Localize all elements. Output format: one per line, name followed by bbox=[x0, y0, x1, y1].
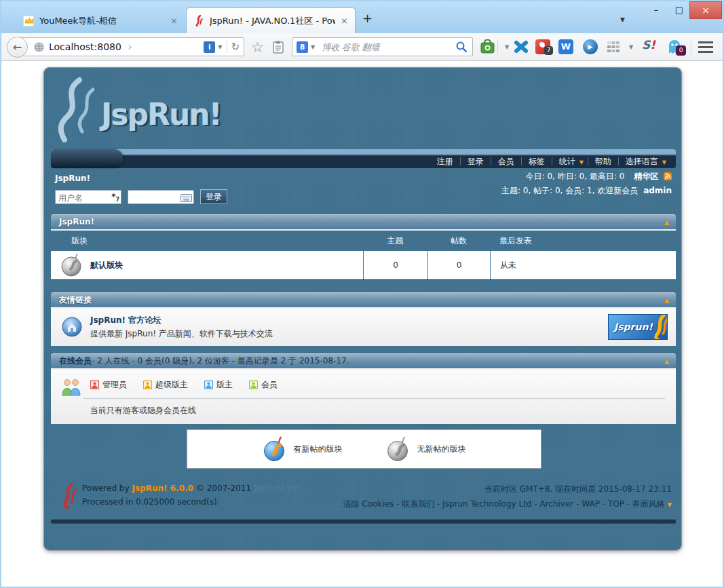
bookmarks-menu-icon[interactable] bbox=[273, 41, 284, 56]
category-title[interactable]: JspRun! bbox=[59, 217, 94, 227]
search-input[interactable] bbox=[322, 42, 456, 52]
breadcrumb[interactable]: JspRun! bbox=[55, 174, 90, 183]
browser-titlebar: YouMeek导航-相信 × JspRun! - JAVA.NO.1社区 - P… bbox=[1, 1, 723, 33]
search-magnifier-icon[interactable] bbox=[456, 41, 467, 52]
dropdown-arrow-icon[interactable]: ▼ bbox=[579, 159, 584, 165]
nav-tags[interactable]: 标签 bbox=[522, 156, 552, 168]
forum-name-link[interactable]: 默认版块 bbox=[90, 260, 123, 271]
forum-table-header: 版块 主题 帖数 最后发表 bbox=[51, 231, 676, 251]
link-globe-icon bbox=[62, 317, 82, 340]
identity-dropdown-icon[interactable]: ▼ bbox=[218, 44, 222, 50]
dropdown-arrow-icon[interactable]: ▼ bbox=[662, 159, 666, 165]
overflow-dropdown-icon[interactable]: ▼ bbox=[505, 44, 509, 50]
product-link[interactable]: JspRun! 6.0.0 bbox=[132, 484, 193, 493]
friendly-link-desc: 提供最新 JspRun! 产品新闻、软件下载与技术交流 bbox=[90, 328, 273, 340]
role-legend: 管理员 超级版主 版主 会员 bbox=[90, 379, 278, 391]
newest-member[interactable]: admin bbox=[643, 186, 672, 195]
page-viewport: JspRun! JspRun! 注册 登录 会员 标签 统计 ▼ bbox=[1, 61, 723, 588]
tab-close-icon[interactable]: × bbox=[341, 16, 348, 26]
search-engine-dropdown-icon[interactable]: ▼ bbox=[311, 44, 315, 50]
footer-credits: Powered byJspRun! 6.0.0© 2007-2011JspRun… bbox=[82, 482, 302, 509]
minimize-button[interactable]: – bbox=[646, 3, 666, 18]
nav-stats[interactable]: 统计 bbox=[552, 156, 582, 168]
jsprun-banner[interactable]: Jsprun! bbox=[608, 314, 668, 340]
addon-s-icon[interactable]: S! bbox=[642, 38, 655, 52]
company-link[interactable]: JspRun! Inc. bbox=[254, 484, 302, 493]
username-helper-icon[interactable]: *7 bbox=[111, 192, 119, 203]
person-icon bbox=[204, 380, 213, 389]
nav-help[interactable]: 帮助 bbox=[588, 156, 618, 168]
tab-list-dropdown-icon[interactable]: ▼ bbox=[620, 16, 625, 23]
new-tab-button[interactable]: + bbox=[362, 11, 373, 25]
nav-language[interactable]: 选择语言 bbox=[619, 156, 665, 168]
addon-grid-icon[interactable] bbox=[607, 41, 620, 55]
url-bar[interactable]: Localhost:8080 › i ▼ ↻ bbox=[20, 37, 244, 56]
links-title: 友情链接 bbox=[59, 294, 92, 306]
back-button[interactable]: ← bbox=[7, 37, 28, 58]
person-icon bbox=[90, 380, 99, 389]
reload-icon[interactable]: ↻ bbox=[231, 41, 240, 53]
online-members-section: 在线会员 - 2 人在线 - 0 会员(0 隐身), 2 位游客 - 最高记录是… bbox=[51, 353, 676, 424]
smoke-curve bbox=[61, 80, 79, 140]
digest-link[interactable]: 精华区 bbox=[634, 172, 658, 181]
friendly-link-title[interactable]: JspRun! 官方论坛 bbox=[90, 315, 161, 326]
online-note: 当前只有游客或隐身会员在线 bbox=[90, 405, 196, 416]
col-posts: 帖数 bbox=[427, 235, 490, 247]
menu-hamburger-icon[interactable] bbox=[698, 41, 713, 53]
addon-xmarks-icon[interactable] bbox=[514, 39, 529, 57]
active-forum-tab[interactable] bbox=[51, 149, 123, 168]
tab-title: YouMeek导航-相信 bbox=[39, 15, 165, 27]
forum-posts-count: 0 bbox=[427, 251, 490, 279]
role-admin: 管理员 bbox=[90, 379, 127, 391]
url-text: Localhost:8080 bbox=[49, 41, 121, 52]
online-title[interactable]: 在线会员 bbox=[59, 355, 92, 367]
footer-links[interactable]: 清除 Cookies - 联系我们 - Jsprun Technology Lt… bbox=[343, 499, 664, 509]
addon-writer-icon[interactable]: W bbox=[558, 39, 573, 54]
nav-register[interactable]: 注册 bbox=[430, 156, 460, 168]
tab-close-icon[interactable]: × bbox=[170, 16, 178, 26]
username-field-wrap: *7 bbox=[55, 190, 121, 204]
legend-no-new-posts: 无新帖的版块 bbox=[386, 436, 466, 462]
divider bbox=[227, 41, 227, 53]
collapse-icon[interactable]: ▲ bbox=[664, 358, 669, 365]
role-moderator: 版主 bbox=[204, 379, 233, 391]
nav-members[interactable]: 会员 bbox=[491, 156, 521, 168]
style-dropdown-icon[interactable]: ▼ bbox=[668, 502, 672, 508]
banner-flame-icon bbox=[651, 315, 668, 340]
collapse-icon[interactable]: ▲ bbox=[664, 219, 669, 226]
person-icon bbox=[143, 380, 152, 389]
close-window-button[interactable]: × bbox=[689, 1, 722, 19]
maximize-button[interactable]: □ bbox=[669, 3, 689, 18]
login-button[interactable]: 登录 bbox=[200, 189, 227, 204]
divider bbox=[497, 40, 498, 54]
forum-icon-nonew bbox=[60, 252, 83, 278]
soft-keyboard-icon[interactable] bbox=[180, 192, 192, 205]
identity-shield-icon[interactable]: i bbox=[204, 41, 215, 53]
browser-tab-youmeek[interactable]: YouMeek导航-相信 × bbox=[16, 9, 185, 32]
stats-totals: 主题: 0, 帖子: 0, 会员: 1, 欢迎新会员 bbox=[501, 186, 638, 195]
forum-topics-count: 0 bbox=[363, 251, 427, 279]
timezone-text: 当前时区 GMT+8, 现在时间是 2015-08-17 23:11 bbox=[343, 482, 672, 496]
person-icon bbox=[249, 380, 258, 389]
addons-dropdown-icon[interactable]: ▼ bbox=[629, 44, 633, 50]
browser-window: YouMeek导航-相信 × JspRun! - JAVA.NO.1社区 - P… bbox=[0, 0, 724, 588]
search-engine-icon[interactable]: 8 bbox=[297, 41, 308, 53]
bookmark-star-icon[interactable]: ☆ bbox=[251, 39, 264, 56]
category-header: JspRun! ▲ bbox=[51, 214, 676, 231]
login-row: *7 登录 bbox=[55, 189, 227, 205]
notification-badge: 7 bbox=[544, 46, 553, 55]
rss-icon[interactable] bbox=[664, 172, 672, 180]
nav-login[interactable]: 登录 bbox=[461, 156, 491, 168]
forum-legend: 有新帖的版块 无新帖的版块 bbox=[187, 429, 541, 469]
addon-bag-icon[interactable] bbox=[480, 39, 495, 56]
browser-tab-jsprun-active[interactable]: JspRun! - JAVA.NO.1社区 - Pow... × bbox=[186, 7, 356, 33]
breadcrumb-chevron-icon: › bbox=[128, 41, 132, 52]
link-row: JspRun! 官方论坛 提供最新 JspRun! 产品新闻、软件下载与技术交流… bbox=[51, 309, 676, 346]
collapse-icon[interactable]: ▲ bbox=[664, 297, 669, 304]
search-bar[interactable]: 8 ▼ bbox=[292, 37, 473, 56]
online-summary: - 2 人在线 - 0 会员(0 隐身), 2 位游客 - 最高记录是 2 于 … bbox=[92, 355, 349, 367]
browser-toolbar: ← Localhost:8080 › i ▼ ↻ ☆ 8 ▼ ▼ 7 bbox=[1, 33, 723, 61]
col-forum: 版块 bbox=[51, 235, 363, 247]
site-logo[interactable]: JspRun! JspRun! bbox=[51, 77, 241, 145]
addon-media-play-icon[interactable]: ▶ bbox=[583, 39, 598, 54]
